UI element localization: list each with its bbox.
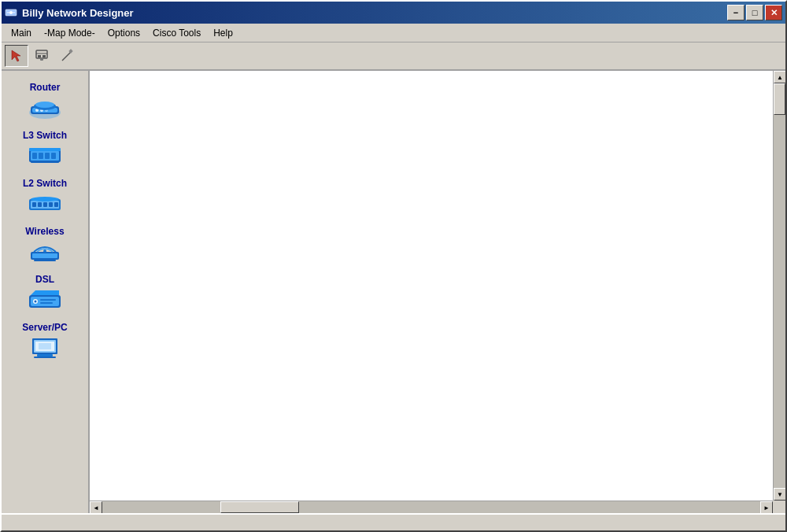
draw-line-icon xyxy=(60,49,74,63)
canvas-area[interactable]: ▲ ▼ ◄ ► xyxy=(90,71,785,513)
menu-cisco-tools[interactable]: Cisco Tools xyxy=(146,26,207,40)
window-title: Billy Network Designer xyxy=(22,7,727,19)
select-icon xyxy=(9,49,24,63)
l2switch-label: L2 Switch xyxy=(23,178,67,189)
scroll-down-button[interactable]: ▼ xyxy=(774,488,785,501)
horizontal-scrollbar: ◄ ► xyxy=(90,501,773,513)
l3switch-label: L3 Switch xyxy=(23,130,67,141)
svg-rect-39 xyxy=(34,260,56,261)
svg-rect-23 xyxy=(39,153,43,159)
svg-rect-24 xyxy=(45,153,50,159)
svg-rect-31 xyxy=(38,202,42,207)
close-button[interactable]: ✕ xyxy=(765,5,782,20)
scroll-right-button[interactable]: ► xyxy=(760,501,773,513)
svg-point-43 xyxy=(35,301,37,303)
sidebar-item-wireless[interactable]: Wireless xyxy=(2,223,88,268)
vertical-scrollbar: ▲ ▼ xyxy=(773,71,785,501)
svg-rect-51 xyxy=(39,343,51,349)
scroll-left-button[interactable]: ◄ xyxy=(90,501,102,513)
wireless-icon xyxy=(26,239,64,264)
l3switch-icon xyxy=(26,143,64,168)
l2switch-icon xyxy=(26,191,64,216)
scroll-thumb-vertical[interactable] xyxy=(774,83,785,115)
svg-rect-27 xyxy=(29,148,61,151)
move-tool-button[interactable] xyxy=(30,45,54,67)
toolbar xyxy=(2,42,785,71)
title-bar: Billy Network Designer − □ ✕ xyxy=(2,2,785,24)
svg-rect-26 xyxy=(31,161,59,163)
svg-rect-25 xyxy=(51,153,56,159)
svg-rect-37 xyxy=(32,253,57,258)
status-bar xyxy=(2,513,785,530)
svg-point-35 xyxy=(31,197,59,201)
sidebar-item-l2switch[interactable]: L2 Switch xyxy=(2,175,88,220)
svg-rect-45 xyxy=(40,302,53,304)
svg-rect-34 xyxy=(54,202,58,207)
menu-options[interactable]: Options xyxy=(102,26,146,40)
svg-marker-4 xyxy=(12,50,20,61)
restore-button[interactable]: □ xyxy=(746,5,763,20)
svg-point-1 xyxy=(9,11,13,14)
minimize-button[interactable]: − xyxy=(727,5,745,20)
svg-rect-44 xyxy=(40,299,56,301)
main-content: Router L3 Switch xyxy=(2,71,785,513)
menu-map-mode[interactable]: -Map Mode- xyxy=(38,26,102,40)
svg-point-38 xyxy=(43,249,46,253)
sidebar-item-router[interactable]: Router xyxy=(2,79,88,124)
svg-rect-8 xyxy=(42,55,46,57)
svg-rect-7 xyxy=(38,55,41,57)
menu-main[interactable]: Main xyxy=(5,26,38,40)
draw-tool-button[interactable] xyxy=(55,45,79,67)
scroll-up-button[interactable]: ▲ xyxy=(774,71,785,83)
window-controls: − □ ✕ xyxy=(727,5,782,20)
svg-rect-30 xyxy=(32,202,36,207)
scroll-track-horizontal[interactable] xyxy=(102,501,760,513)
menu-bar: Main -Map Mode- Options Cisco Tools Help xyxy=(2,24,785,42)
canvas-white[interactable] xyxy=(90,71,773,501)
svg-rect-22 xyxy=(32,153,37,159)
svg-rect-33 xyxy=(49,202,53,207)
sidebar: Router L3 Switch xyxy=(2,71,90,513)
scroll-track-vertical[interactable] xyxy=(774,83,785,488)
router-icon xyxy=(26,95,64,120)
router-label: Router xyxy=(30,82,61,93)
main-window: Billy Network Designer − □ ✕ Main -Map M… xyxy=(0,0,787,532)
app-icon xyxy=(5,6,17,19)
serverpc-icon xyxy=(26,335,64,360)
sidebar-item-serverpc[interactable]: Server/PC xyxy=(2,319,88,364)
menu-help[interactable]: Help xyxy=(207,26,239,40)
svg-rect-32 xyxy=(43,202,47,207)
sidebar-item-l3switch[interactable]: L3 Switch xyxy=(2,127,88,172)
move-icon xyxy=(35,49,49,63)
scroll-thumb-horizontal[interactable] xyxy=(220,501,299,513)
wireless-label: Wireless xyxy=(25,226,64,237)
sidebar-item-dsl[interactable]: DSL xyxy=(2,271,88,316)
svg-point-19 xyxy=(35,102,54,108)
svg-rect-50 xyxy=(34,357,56,358)
svg-rect-9 xyxy=(40,58,43,61)
select-tool-button[interactable] xyxy=(5,45,28,67)
dsl-icon xyxy=(26,287,64,312)
serverpc-label: Server/PC xyxy=(22,322,67,333)
dsl-label: DSL xyxy=(35,274,54,285)
svg-rect-49 xyxy=(37,354,53,357)
